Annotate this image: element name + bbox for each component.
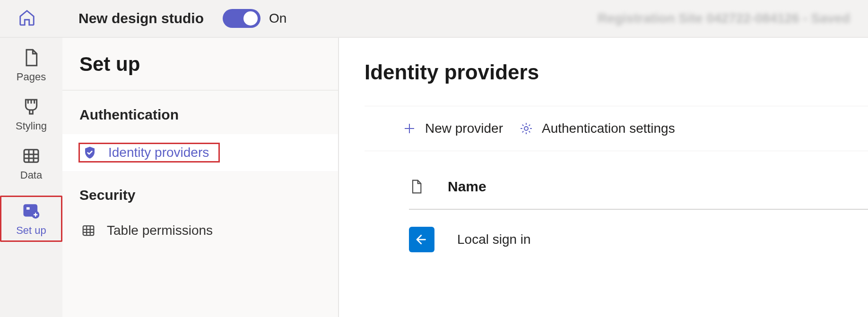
page-title: Identity providers bbox=[365, 60, 868, 84]
svg-rect-2 bbox=[26, 207, 30, 210]
home-icon[interactable] bbox=[18, 9, 36, 28]
side-item-identity-providers[interactable]: Identity providers bbox=[62, 134, 338, 171]
rail-item-pages[interactable]: Pages bbox=[0, 48, 62, 83]
rail-label: Styling bbox=[16, 120, 47, 132]
rail-item-setup[interactable]: Set up bbox=[0, 196, 62, 242]
table-icon bbox=[81, 223, 95, 238]
rail-label: Data bbox=[20, 169, 42, 181]
local-signin-icon bbox=[409, 227, 434, 252]
file-icon bbox=[409, 178, 424, 196]
table-header: Name bbox=[409, 178, 868, 210]
tool-label: New provider bbox=[425, 121, 503, 136]
gear-icon bbox=[519, 121, 533, 136]
row-label: Local sign in bbox=[457, 232, 531, 247]
column-header-name[interactable]: Name bbox=[448, 179, 486, 195]
side-item-label: Table permissions bbox=[107, 223, 213, 238]
app-header: New design studio On Registration Site 0… bbox=[0, 0, 868, 38]
providers-table: Name Local sign in bbox=[365, 178, 868, 252]
authentication-settings-button[interactable]: Authentication settings bbox=[519, 121, 675, 136]
rail-item-data[interactable]: Data bbox=[0, 146, 62, 181]
rail-label: Set up bbox=[16, 224, 46, 237]
section-authentication-title: Authentication bbox=[62, 91, 338, 134]
rail-item-styling[interactable]: Styling bbox=[0, 97, 62, 132]
new-provider-button[interactable]: New provider bbox=[402, 121, 503, 136]
plus-icon bbox=[402, 121, 417, 136]
setup-side-panel: Set up Authentication Identity providers… bbox=[62, 38, 339, 317]
shield-check-icon bbox=[83, 146, 97, 160]
svg-point-5 bbox=[524, 127, 528, 130]
tool-label: Authentication settings bbox=[542, 121, 675, 136]
side-item-table-permissions[interactable]: Table permissions bbox=[62, 214, 338, 247]
site-save-status: Registration Site 042722-084126 - Saved bbox=[598, 11, 850, 26]
nav-rail: Pages Styling Data Set up bbox=[0, 38, 62, 317]
svg-rect-0 bbox=[24, 150, 38, 163]
design-studio-toggle-wrap: On bbox=[223, 9, 286, 28]
header-title: New design studio bbox=[78, 10, 204, 26]
side-panel-title: Set up bbox=[62, 53, 338, 91]
table-row[interactable]: Local sign in bbox=[409, 210, 868, 252]
side-item-label: Identity providers bbox=[108, 145, 209, 160]
main-content: Identity providers New provider Authenti… bbox=[339, 38, 868, 317]
section-security-title: Security bbox=[62, 171, 338, 214]
rail-label: Pages bbox=[17, 71, 46, 83]
toggle-state-label: On bbox=[269, 11, 286, 26]
design-studio-toggle[interactable] bbox=[223, 9, 260, 28]
command-bar: New provider Authentication settings bbox=[365, 106, 868, 151]
svg-rect-4 bbox=[83, 226, 94, 235]
